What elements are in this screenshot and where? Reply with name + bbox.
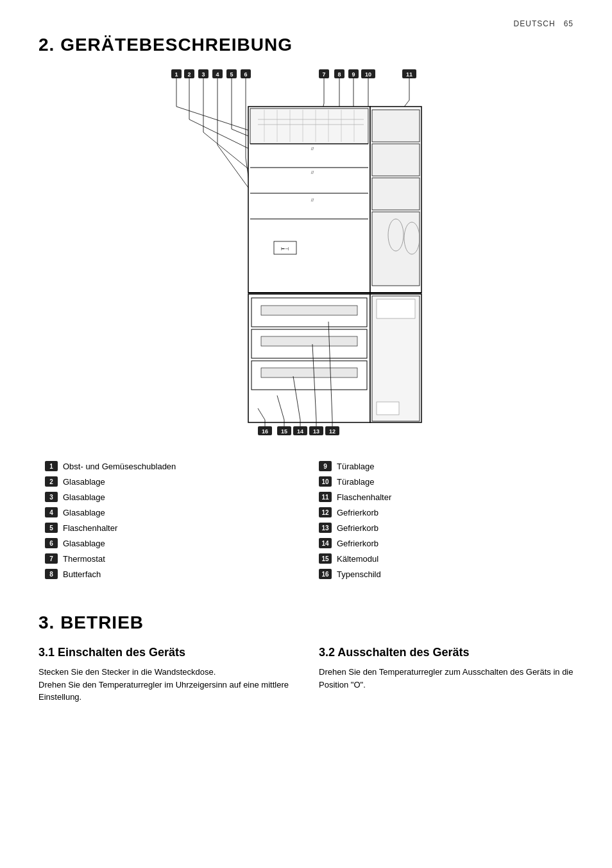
- part-badge: 14: [319, 538, 332, 548]
- svg-text:4: 4: [216, 71, 219, 78]
- svg-rect-78: [261, 336, 357, 346]
- part-label: Kältemodul: [337, 554, 378, 564]
- part-badge: 12: [319, 507, 332, 517]
- page-number: 65: [564, 19, 574, 28]
- svg-text:9: 9: [352, 71, 355, 78]
- subsection-1: 3.1 Einschalten des GerätsStecken Sie de…: [38, 646, 293, 704]
- svg-text:6: 6: [244, 71, 247, 78]
- section3-number: 3.: [38, 612, 55, 632]
- svg-text:14: 14: [297, 428, 303, 435]
- subsection-title-2: 3.2 Ausschalten des Geräts: [319, 646, 574, 659]
- part-label: Glasablage: [63, 508, 105, 517]
- part-label: Gefrierkorb: [337, 523, 378, 533]
- svg-line-23: [176, 107, 255, 132]
- part-label: Glasablage: [63, 539, 105, 548]
- section3-heading: BETRIEB: [60, 612, 144, 632]
- svg-text:15: 15: [281, 428, 287, 435]
- svg-text:13: 13: [313, 428, 319, 435]
- svg-text:5: 5: [230, 71, 233, 78]
- part-label: Glasablage: [63, 477, 105, 487]
- svg-text://: //: [311, 169, 314, 175]
- svg-text:10: 10: [365, 71, 371, 78]
- svg-text:3: 3: [201, 71, 205, 78]
- section2-number: 2.: [38, 35, 55, 55]
- language-label: DEUTSCH: [514, 19, 556, 28]
- list-item: 12Gefrierkorb: [319, 506, 567, 519]
- subsection-2: 3.2 Ausschalten des GerätsDrehen Sie den…: [319, 646, 574, 704]
- list-item: 1Obst- und Gemüseschubladen: [45, 460, 293, 473]
- part-label: Butterfach: [63, 569, 101, 579]
- list-item: 3Glasablage: [45, 490, 293, 503]
- svg-text:⊢⊣: ⊢⊣: [281, 247, 289, 251]
- part-label: Türablage: [337, 477, 375, 487]
- svg-rect-70: [372, 212, 420, 286]
- list-item: 5Flaschenhalter: [45, 521, 293, 534]
- part-badge: 3: [45, 492, 58, 502]
- svg-text:12: 12: [329, 428, 336, 435]
- part-badge: 10: [319, 476, 332, 487]
- svg-rect-67: [372, 110, 420, 142]
- list-item: 16Typenschild: [319, 568, 567, 580]
- part-label: Thermostat: [63, 554, 105, 564]
- list-item: 8Butterfach: [45, 568, 293, 580]
- svg-text:1: 1: [174, 71, 178, 78]
- subsection-text-2: Drehen Sie den Temperaturregler zum Auss…: [319, 666, 574, 691]
- svg-text:2: 2: [187, 71, 191, 78]
- parts-list: 1Obst- und Gemüseschubladen9Türablage2Gl…: [38, 460, 574, 580]
- svg-text:7: 7: [322, 71, 325, 78]
- part-label: Flaschenhalter: [337, 492, 391, 502]
- svg-rect-76: [261, 306, 357, 315]
- part-badge: 15: [319, 553, 332, 564]
- list-item: 14Gefrierkorb: [319, 537, 567, 550]
- fridge-diagram: 1 2 3 4 5 6 7 8: [146, 68, 466, 440]
- diagram-container: 1 2 3 4 5 6 7 8: [38, 68, 574, 440]
- list-item: 10Türablage: [319, 475, 567, 488]
- part-label: Obst- und Gemüseschubladen: [63, 462, 176, 471]
- part-badge: 8: [45, 569, 58, 579]
- subsection-text-1: Stecken Sie den Stecker in die Wandsteck…: [38, 666, 293, 704]
- subsections-container: 3.1 Einschalten des GerätsStecken Sie de…: [38, 646, 574, 704]
- part-label: Flaschenhalter: [63, 523, 117, 533]
- svg-line-25: [189, 119, 255, 152]
- part-label: Türablage: [337, 462, 375, 471]
- part-badge: 6: [45, 538, 58, 548]
- list-item: 15Kältemodul: [319, 552, 567, 565]
- list-item: 7Thermostat: [45, 552, 293, 565]
- svg-text://: //: [311, 197, 314, 203]
- part-label: Glasablage: [63, 492, 105, 502]
- svg-text:8: 8: [337, 71, 341, 78]
- svg-rect-46: [250, 108, 368, 144]
- svg-text:16: 16: [262, 428, 268, 435]
- part-label: Typenschild: [337, 569, 381, 579]
- svg-rect-69: [372, 178, 420, 210]
- page-header: DEUTSCH 65: [38, 19, 574, 28]
- part-label: Gefrierkorb: [337, 539, 378, 548]
- subsection-title-1: 3.1 Einschalten des Geräts: [38, 646, 293, 659]
- part-badge: 4: [45, 507, 58, 517]
- svg-rect-68: [372, 144, 420, 176]
- section2-title: 2. GERÄTEBESCHREIBUNG: [38, 35, 574, 55]
- section2-heading: GERÄTEBESCHREIBUNG: [60, 35, 293, 55]
- section3-title: 3. BETRIEB: [38, 612, 574, 633]
- part-badge: 1: [45, 461, 58, 471]
- svg-rect-82: [377, 299, 415, 318]
- svg-text:11: 11: [406, 71, 412, 78]
- list-item: 13Gefrierkorb: [319, 521, 567, 534]
- part-label: Gefrierkorb: [337, 508, 378, 517]
- part-badge: 7: [45, 553, 58, 564]
- list-item: 11Flaschenhalter: [319, 490, 567, 503]
- svg-rect-80: [261, 368, 357, 378]
- list-item: 4Glasablage: [45, 506, 293, 519]
- part-badge: 9: [319, 461, 332, 471]
- part-badge: 5: [45, 523, 58, 533]
- part-badge: 2: [45, 476, 58, 487]
- svg-text://: //: [311, 146, 314, 152]
- part-badge: 11: [319, 492, 332, 502]
- list-item: 9Türablage: [319, 460, 567, 473]
- part-badge: 16: [319, 569, 332, 579]
- svg-rect-83: [377, 402, 399, 415]
- list-item: 2Glasablage: [45, 475, 293, 488]
- part-badge: 13: [319, 523, 332, 533]
- list-item: 6Glasablage: [45, 537, 293, 550]
